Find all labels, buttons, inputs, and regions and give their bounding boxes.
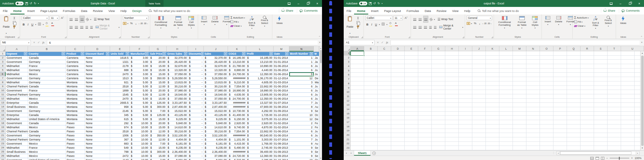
quick-access-more-icon[interactable]: ▾ (38, 3, 39, 4)
page-break-view-icon[interactable] (601, 157, 604, 160)
menu-tab-view[interactable]: View (106, 7, 118, 14)
table-cell[interactable]: $12.00 (149, 130, 167, 133)
table-cell[interactable]: None (85, 72, 110, 76)
ribbon-display-options-button[interactable] (284, 2, 294, 5)
table-cell[interactable]: $4,440.00 (246, 68, 274, 72)
table-cell[interactable]: Mexico (28, 105, 66, 109)
prev-sheet-icon[interactable]: ◂ (344, 151, 349, 156)
table-cell[interactable]: 2470 (110, 97, 130, 101)
table-cell[interactable]: $7.00 (149, 109, 167, 113)
table-cell[interactable]: $4,415.00 (228, 142, 246, 146)
format-painter-icon[interactable] (13, 25, 16, 29)
table-cell[interactable]: $41,400.00 (228, 113, 246, 117)
table-cell[interactable]: $15,022.00 (204, 109, 228, 113)
table-cell[interactable]: Ma (314, 80, 319, 84)
empty-grid[interactable]: 1234567891011121314151617181920212223▲▼ (344, 51, 644, 150)
table-cell[interactable]: Montana (66, 97, 85, 101)
filter-icon[interactable]: ▾ (242, 52, 245, 55)
column-header-E[interactable]: E (110, 46, 130, 52)
scroll-down-icon[interactable]: ▼ (641, 146, 643, 150)
table-cell[interactable]: $10.00 (130, 158, 149, 160)
table-cell[interactable]: None (85, 60, 110, 64)
row-number[interactable]: 17 (0, 117, 6, 121)
row-number[interactable]: 5 (344, 69, 350, 73)
decrease-indent-icon[interactable] (429, 24, 432, 30)
table-cell[interactable]: Midmarket (6, 117, 28, 121)
table-cell[interactable]: Channel Partners (6, 85, 28, 88)
table-cell[interactable]: $26,420.00 (167, 60, 188, 64)
table-cell[interactable]: None (85, 93, 110, 97)
table-cell[interactable]: None (85, 134, 110, 137)
row-number[interactable]: 12 (344, 99, 350, 103)
increase-indent-icon[interactable] (90, 24, 93, 30)
align-top-icon[interactable] (69, 16, 73, 22)
table-cell[interactable]: Paseo (66, 142, 85, 146)
table-cell[interactable]: Government (6, 56, 28, 60)
table-cell[interactable]: $13,815.00 (204, 80, 228, 84)
column-header-C[interactable]: C (66, 46, 85, 52)
table-cell[interactable]: 7 (289, 101, 314, 105)
table-cell[interactable]: Ju (314, 64, 319, 68)
font-name-select[interactable]: Calibri▾ (22, 16, 49, 20)
row-number[interactable]: 6 (0, 72, 6, 76)
table-cell[interactable]: $5,840.00 (204, 121, 228, 125)
column-header-C[interactable]: C (378, 46, 391, 51)
column-header-Q[interactable]: Q (567, 46, 580, 51)
align-bottom-icon[interactable] (80, 16, 85, 23)
table-cell[interactable]: Channel Partners (6, 93, 28, 97)
clear-button[interactable]: Clear▾ (574, 24, 589, 28)
table-cell[interactable]: Paseo (66, 154, 85, 158)
table-cell[interactable]: $12,360.00 (246, 154, 274, 158)
column-header-N[interactable]: N (526, 46, 540, 51)
table-cell[interactable]: 01-08-2014 (274, 142, 289, 146)
table-cell[interactable]: $14,610.00 (204, 125, 228, 129)
row-number[interactable]: 24 (0, 146, 6, 150)
sort-filter-button[interactable]: AZSort & Filter▾ (247, 16, 257, 35)
table-cell[interactable]: $- (188, 97, 204, 101)
row-number[interactable]: 27 (0, 158, 6, 160)
merge-center-button[interactable]: Merge & Center▾ (439, 24, 463, 30)
fill-color-button[interactable]: ◇ (388, 21, 393, 27)
table-cell[interactable]: Paseo (66, 138, 85, 141)
table-cell[interactable]: $22,662.00 (246, 85, 274, 88)
filter-icon[interactable]: ▾ (81, 52, 84, 55)
column-header-L[interactable]: L (499, 46, 513, 51)
menu-tab-formulas[interactable]: Formulas (404, 7, 422, 14)
table-cell[interactable]: 367 (110, 138, 130, 141)
table-cell[interactable]: Paseo (66, 130, 85, 133)
table-cell[interactable]: 01-02-2014 (274, 121, 289, 125)
table-cell[interactable]: 01-06-2014 (274, 130, 289, 133)
table-cell[interactable]: $15.00 (149, 64, 167, 68)
table-cell[interactable]: None (85, 56, 110, 60)
table-cell[interactable]: Ju (314, 89, 319, 92)
menu-tab-review[interactable]: Review (434, 7, 449, 14)
grow-font-button[interactable]: Aˇ (60, 16, 65, 20)
table-cell[interactable]: 2 (289, 125, 314, 129)
comments-button[interactable]: Comments (297, 8, 320, 13)
table-cell[interactable]: $2,745.00 (246, 146, 274, 150)
merge-center-button[interactable]: Merge & Center▾ (96, 24, 119, 30)
table-cell[interactable]: $10.00 (130, 138, 149, 141)
table-cell[interactable]: 01-06-2014 (274, 68, 289, 72)
table-cell[interactable]: $13,327.50 (246, 101, 274, 105)
table-cell[interactable]: $15.00 (149, 97, 167, 101)
name-box[interactable]: A1▾ (344, 40, 375, 45)
table-cell[interactable]: Midmarket (6, 125, 28, 129)
table-cell[interactable]: $5.00 (130, 101, 149, 105)
column-header-G[interactable]: G (149, 46, 167, 52)
column-header-F[interactable]: F (130, 46, 149, 52)
table-cell[interactable]: Germany (28, 134, 66, 137)
number-format-select[interactable]: General▾ (467, 16, 492, 20)
table-header-cell[interactable]: M (314, 52, 319, 56)
table-cell[interactable]: Paseo (66, 134, 85, 137)
row-number[interactable]: 9 (0, 85, 6, 88)
table-cell[interactable]: Government (6, 121, 28, 125)
ideas-button[interactable]: Ideas (275, 16, 284, 25)
table-header-cell[interactable]: Segment▾ (6, 52, 28, 56)
table-cell[interactable]: 01-06-2014 (274, 64, 289, 68)
table-cell[interactable]: Carretera (66, 72, 85, 76)
delete-cells-button[interactable]: Delete▾ (210, 16, 220, 35)
undo-icon[interactable]: ↺ (30, 2, 32, 5)
expand-formula-bar-icon[interactable]: ▾ (640, 41, 644, 44)
table-cell[interactable]: $3,33,187.50 (204, 101, 228, 105)
